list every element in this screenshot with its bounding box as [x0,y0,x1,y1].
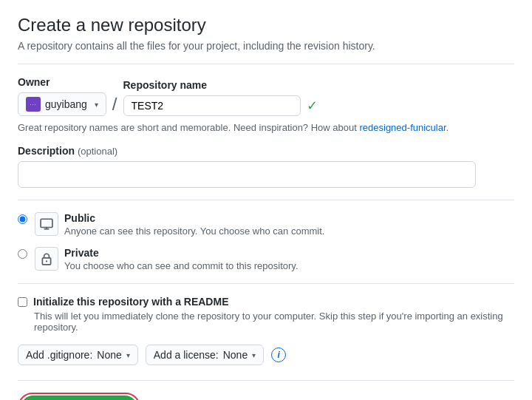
description-label: Description (optional) [18,145,514,157]
valid-check-icon: ✓ [307,98,318,114]
owner-value: guyibang [45,98,87,110]
optional-label: (optional) [78,146,117,157]
divider-visibility [18,200,514,200]
info-icon[interactable]: i [271,348,286,362]
description-input[interactable] [18,161,476,188]
public-radio[interactable] [18,214,27,224]
owner-label: Owner [18,76,106,88]
private-label: Private [64,247,299,259]
visibility-section: Public Anyone can see this repository. Y… [18,212,514,271]
license-value: None [223,349,248,361]
license-dropdown[interactable]: Add a license: None ▾ [146,345,264,365]
divider-top [18,64,514,64]
repo-name-input[interactable] [123,95,301,116]
owner-avatar-icon: ··· [26,97,41,112]
repo-hint: Great repository names are short and mem… [18,122,514,133]
initialize-checkbox[interactable] [18,297,27,307]
initialize-label: Initialize this repository with a README [33,296,228,308]
gitignore-dropdown[interactable]: Add .gitignore: None ▾ [18,345,138,365]
gitignore-label: Add .gitignore: [26,349,92,361]
public-label: Public [64,212,324,224]
svg-rect-0 [41,219,52,227]
gitignore-value: None [97,349,121,361]
private-desc: You choose who can see and commit to thi… [64,260,299,271]
license-label: Add a license: [154,349,219,361]
repo-name-label: Repository name [123,79,318,91]
suggestion-link[interactable]: redesigned-funicular [359,122,446,133]
create-repository-button[interactable]: Create repository [21,396,137,400]
initialize-section: Initialize this repository with a README… [18,283,514,365]
public-desc: Anyone can see this repository. You choo… [64,226,324,237]
private-radio[interactable] [18,249,27,259]
separator: / [112,94,117,116]
initialize-desc: This will let you immediately clone the … [34,311,514,333]
page-title: Create a new repository [18,15,514,35]
create-btn-highlight: Create repository [18,393,140,400]
svg-point-4 [46,260,47,262]
license-chevron-icon: ▾ [252,351,256,359]
private-icon [35,247,58,271]
public-icon [35,212,58,236]
create-btn-wrapper: Create repository [18,380,514,400]
gitignore-chevron-icon: ▾ [126,351,130,359]
owner-select[interactable]: ··· guyibang ▾ [18,92,106,116]
page-subtitle: A repository contains all the files for … [18,40,514,52]
owner-chevron-icon: ▾ [95,101,98,109]
